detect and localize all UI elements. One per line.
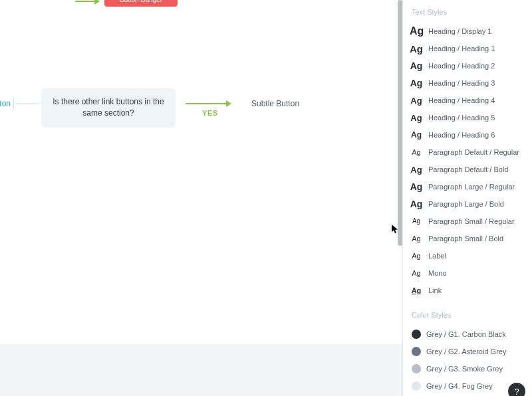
design-canvas[interactable]: Button Danger tton Is there other link b… bbox=[0, 0, 402, 396]
text-style-item[interactable]: AgHeading / Heading 3 bbox=[410, 74, 532, 92]
color-swatch bbox=[412, 364, 421, 373]
text-style-preview: Ag bbox=[410, 96, 423, 105]
text-style-label: Heading / Heading 6 bbox=[428, 131, 495, 139]
text-style-item[interactable]: AgLabel bbox=[410, 247, 532, 264]
text-style-preview: Ag bbox=[410, 199, 423, 209]
help-icon: ? bbox=[514, 387, 519, 397]
color-style-label: Grey / G1. Carbon Black bbox=[426, 330, 506, 338]
canvas-scrollbar[interactable] bbox=[398, 0, 402, 396]
text-style-preview: Ag bbox=[410, 252, 423, 260]
text-style-label: Link bbox=[428, 286, 442, 294]
text-style-item[interactable]: AgParagraph Small / Regular bbox=[410, 213, 532, 230]
color-style-label: Grey / G3. Smoke Grey bbox=[426, 365, 503, 373]
color-style-item[interactable]: Grey / G2. Asteroid Grey bbox=[410, 343, 532, 360]
text-style-item[interactable]: AgMono bbox=[410, 264, 532, 282]
text-style-preview: Ag bbox=[410, 44, 423, 54]
text-style-label: Paragraph Large / Regular bbox=[428, 183, 515, 191]
subtle-button-node[interactable]: Subtle Button bbox=[251, 99, 299, 108]
text-style-item[interactable]: AgHeading / Heading 5 bbox=[410, 109, 532, 126]
arrow-icon bbox=[186, 100, 231, 108]
yes-edge-label: YES bbox=[202, 109, 218, 117]
cursor-icon bbox=[392, 225, 398, 234]
text-style-preview: Ag bbox=[410, 287, 423, 294]
text-style-item[interactable]: AgHeading / Heading 6 bbox=[410, 126, 532, 144]
text-style-label: Paragraph Small / Bold bbox=[428, 235, 503, 243]
text-style-item[interactable]: AgHeading / Heading 4 bbox=[410, 92, 532, 109]
text-style-item[interactable]: AgParagraph Large / Regular bbox=[410, 178, 532, 195]
text-style-label: Heading / Heading 3 bbox=[428, 79, 495, 87]
text-style-label: Paragraph Large / Bold bbox=[428, 200, 504, 208]
color-style-item[interactable]: Grey / G3. Smoke Grey bbox=[410, 360, 532, 377]
styles-panel: Text Styles AgHeading / Display 1AgHeadi… bbox=[402, 0, 532, 396]
text-style-item[interactable]: AgParagraph Small / Bold bbox=[410, 230, 532, 247]
text-style-label: Paragraph Default / Bold bbox=[428, 165, 508, 173]
text-styles-header: Text Styles bbox=[412, 8, 532, 16]
danger-button-chip[interactable]: Button Danger bbox=[104, 0, 178, 7]
link-fragment-text: tton bbox=[0, 99, 14, 108]
text-style-preview: Ag bbox=[410, 235, 423, 243]
text-style-item[interactable]: AgParagraph Default / Bold bbox=[410, 161, 532, 178]
decision-node-text: Is there other link buttons in the same … bbox=[53, 97, 164, 118]
text-style-preview: Ag bbox=[410, 182, 423, 191]
text-style-label: Label bbox=[428, 252, 446, 260]
text-style-label: Heading / Heading 5 bbox=[428, 114, 495, 122]
text-styles-list: AgHeading / Display 1AgHeading / Heading… bbox=[410, 23, 532, 299]
scrollbar-thumb[interactable] bbox=[398, 0, 402, 246]
color-swatch bbox=[412, 330, 421, 339]
text-style-preview: Ag bbox=[410, 78, 423, 88]
text-style-label: Paragraph Default / Regular bbox=[428, 148, 519, 156]
color-swatch bbox=[412, 381, 421, 391]
text-style-item[interactable]: AgLink bbox=[410, 282, 532, 299]
color-swatch bbox=[412, 347, 421, 356]
help-button[interactable]: ? bbox=[508, 383, 525, 396]
decision-node[interactable]: Is there other link buttons in the same … bbox=[41, 88, 176, 128]
text-style-item[interactable]: AgParagraph Large / Bold bbox=[410, 195, 532, 213]
text-style-item[interactable]: AgHeading / Heading 2 bbox=[410, 57, 532, 74]
text-style-preview: Ag bbox=[410, 26, 423, 37]
text-style-preview: Ag bbox=[410, 131, 423, 139]
danger-button-label: Button Danger bbox=[120, 0, 163, 3]
color-styles-header: Color Styles bbox=[412, 311, 532, 319]
text-style-preview: Ag bbox=[410, 165, 423, 174]
text-style-item[interactable]: AgHeading / Display 1 bbox=[410, 23, 532, 40]
text-style-preview: Ag bbox=[410, 61, 423, 70]
text-style-item[interactable]: AgHeading / Heading 1 bbox=[410, 40, 532, 57]
text-style-label: Heading / Display 1 bbox=[428, 27, 491, 35]
text-style-label: Heading / Heading 1 bbox=[428, 45, 495, 52]
text-style-preview: Ag bbox=[410, 114, 423, 122]
text-style-item[interactable]: AgParagraph Default / Regular bbox=[410, 144, 532, 161]
connector-line bbox=[15, 103, 41, 104]
arrow-icon bbox=[75, 0, 99, 5]
color-style-label: Grey / G4. Fog Grey bbox=[426, 382, 493, 390]
text-style-preview: Ag bbox=[410, 149, 423, 156]
color-style-item[interactable]: Grey / G1. Carbon Black bbox=[410, 326, 532, 343]
text-style-label: Paragraph Small / Regular bbox=[428, 217, 515, 225]
color-style-label: Grey / G2. Asteroid Grey bbox=[426, 347, 506, 355]
text-style-preview: Ag bbox=[410, 270, 423, 277]
text-style-label: Heading / Heading 2 bbox=[428, 62, 495, 70]
text-style-preview: Ag bbox=[410, 218, 423, 225]
text-style-label: Mono bbox=[428, 269, 447, 277]
text-style-label: Heading / Heading 4 bbox=[428, 96, 495, 104]
